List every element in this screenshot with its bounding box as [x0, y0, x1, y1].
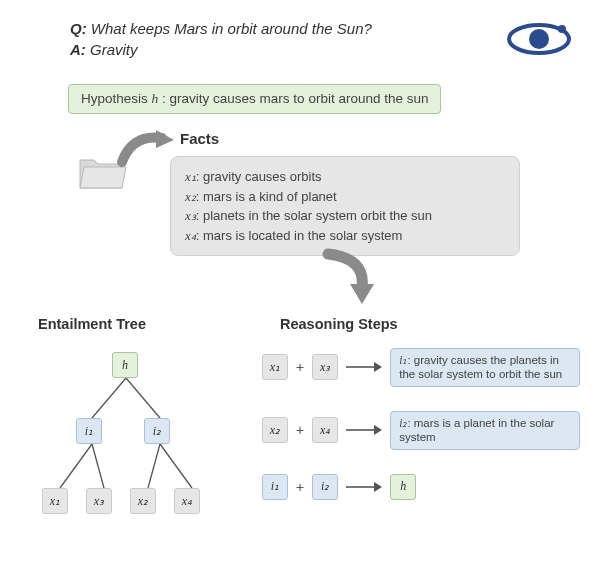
arrow-down-icon — [316, 248, 386, 312]
tree-node-i2: i₂ — [144, 418, 170, 444]
q-label: Q: — [70, 20, 87, 37]
fact-row: x₂: mars is a kind of planet — [185, 187, 505, 207]
reasoning-steps-heading: Reasoning Steps — [280, 316, 398, 332]
a-label: A: — [70, 41, 86, 58]
svg-point-1 — [529, 29, 549, 49]
svg-line-3 — [92, 378, 126, 418]
plus-icon: + — [294, 359, 306, 375]
svg-line-7 — [148, 444, 160, 488]
svg-line-4 — [126, 378, 160, 418]
facts-heading: Facts — [180, 130, 219, 147]
answer-line: A: Gravity — [70, 39, 372, 60]
hypothesis-var: h — [152, 91, 159, 106]
svg-point-2 — [558, 25, 566, 33]
svg-line-5 — [60, 444, 92, 488]
fact-row: x₄: mars is located in the solar system — [185, 226, 505, 246]
hypothesis-prefix: Hypothesis — [81, 91, 148, 106]
step-operand: x₁ — [262, 354, 288, 380]
fact-row: x₃: planets in the solar system orbit th… — [185, 206, 505, 226]
hypothesis-text: : gravity causes mars to orbit around th… — [162, 91, 428, 106]
planet-orbit-icon — [504, 10, 574, 72]
tree-node-x4: x₄ — [174, 488, 200, 514]
hypothesis-box: Hypothesis h : gravity causes mars to or… — [68, 84, 441, 114]
answer-text: Gravity — [90, 41, 138, 58]
reasoning-steps: x₁ + x₃ i₁: gravity causes the planets i… — [262, 348, 592, 524]
step-result: i₂: mars is a planet in the solar system — [390, 411, 580, 450]
step-row: x₁ + x₃ i₁: gravity causes the planets i… — [262, 348, 592, 387]
question-line: Q: What keeps Mars in orbit around the S… — [70, 18, 372, 39]
svg-line-6 — [92, 444, 104, 488]
arrow-right-icon — [344, 480, 384, 494]
plus-icon: + — [294, 422, 306, 438]
tree-node-root: h — [112, 352, 138, 378]
tree-node-x1: x₁ — [42, 488, 68, 514]
step-result: i₁: gravity causes the planets in the so… — [390, 348, 580, 387]
tree-node-i1: i₁ — [76, 418, 102, 444]
fact-row: x₁: gravity causes orbits — [185, 167, 505, 187]
qa-block: Q: What keeps Mars in orbit around the S… — [70, 18, 372, 60]
arrow-right-icon — [344, 360, 384, 374]
plus-icon: + — [294, 479, 306, 495]
tree-node-x3: x₃ — [86, 488, 112, 514]
step-operand: i₂ — [312, 474, 338, 500]
step-row: i₁ + i₂ h — [262, 474, 592, 500]
svg-line-8 — [160, 444, 192, 488]
facts-box: x₁: gravity causes orbits x₂: mars is a … — [170, 156, 520, 256]
step-operand: x₃ — [312, 354, 338, 380]
question-text: What keeps Mars in orbit around the Sun? — [91, 20, 372, 37]
step-operand: x₄ — [312, 417, 338, 443]
entailment-tree: h i₁ i₂ x₁ x₃ x₂ x₄ — [26, 340, 246, 560]
step-operand: i₁ — [262, 474, 288, 500]
step-result-final: h — [390, 474, 416, 500]
arrow-right-icon — [344, 423, 384, 437]
entailment-tree-heading: Entailment Tree — [38, 316, 146, 332]
tree-node-x2: x₂ — [130, 488, 156, 514]
step-operand: x₂ — [262, 417, 288, 443]
step-row: x₂ + x₄ i₂: mars is a planet in the sola… — [262, 411, 592, 450]
